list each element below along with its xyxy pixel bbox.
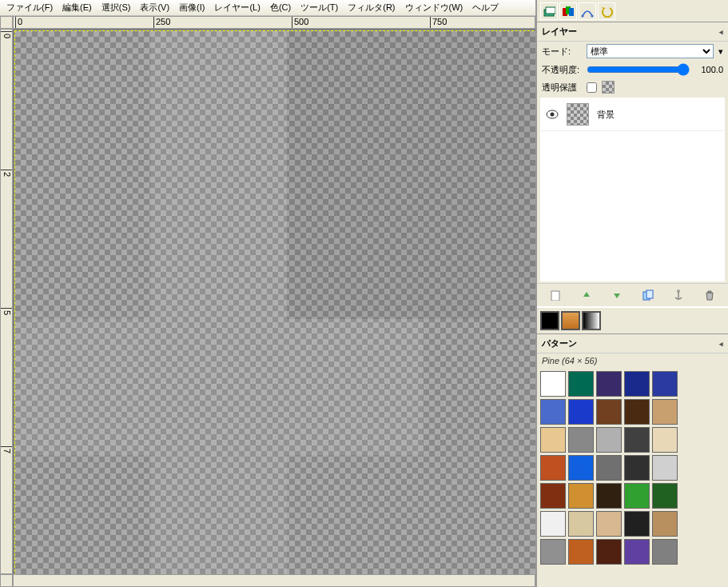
opacity-row: 不透明度: 100.0 (537, 61, 728, 78)
pattern-thumb[interactable] (540, 539, 566, 565)
new-layer-icon[interactable] (547, 287, 563, 303)
pattern-thumb[interactable] (624, 455, 650, 481)
menu-window[interactable]: ウィンドウ(W) (400, 0, 468, 15)
menu-color[interactable]: 色(C) (265, 0, 296, 15)
menu-file[interactable]: ファイル(F) (2, 0, 58, 15)
menu-help[interactable]: ヘルプ (467, 0, 503, 15)
anchor-layer-icon[interactable] (670, 287, 686, 303)
layers-panel-title: レイヤー ◂ (537, 22, 728, 42)
layer-buttons (537, 283, 728, 306)
pattern-thumb[interactable] (596, 511, 622, 537)
pattern-thumb[interactable] (568, 371, 594, 397)
pattern-thumb[interactable] (596, 539, 622, 565)
canvas-area: 0 250 500 750 10 0 2 5 7 (0, 16, 535, 587)
pattern-thumb[interactable] (568, 539, 594, 565)
pattern-thumb[interactable] (652, 427, 678, 453)
svg-rect-11 (646, 290, 653, 298)
lower-layer-icon[interactable] (609, 287, 625, 303)
svg-point-6 (591, 14, 594, 17)
tab-channels-icon[interactable] (559, 2, 577, 20)
pattern-current-label: Pine (64 × 56) (537, 353, 728, 368)
menu-view[interactable]: 表示(V) (135, 0, 174, 15)
layer-name[interactable]: 背景 (597, 109, 615, 121)
pattern-thumb[interactable] (624, 539, 650, 565)
blend-mode-row: モード: 標準 ▾ (537, 42, 728, 61)
pattern-thumb[interactable] (624, 483, 650, 509)
ruler-vertical[interactable]: 0 2 5 7 (0, 29, 13, 574)
pattern-thumb[interactable] (624, 427, 650, 453)
pattern-thumb[interactable] (568, 399, 594, 425)
pattern-thumb[interactable] (540, 483, 566, 509)
panel-menu-icon[interactable]: ◂ (719, 340, 723, 348)
ruler-horizontal[interactable]: 0 250 500 750 10 (13, 16, 535, 29)
svg-point-13 (544, 315, 555, 326)
pattern-thumb[interactable] (652, 539, 678, 565)
panel-menu-icon[interactable]: ◂ (719, 28, 723, 36)
pattern-thumb[interactable] (596, 455, 622, 481)
svg-rect-9 (551, 291, 559, 301)
brush-swatch[interactable] (540, 311, 559, 330)
ruler-origin[interactable] (0, 16, 13, 29)
pattern-thumb[interactable] (568, 427, 594, 453)
pattern-thumb[interactable] (596, 371, 622, 397)
visibility-eye-icon[interactable] (546, 110, 559, 119)
duplicate-layer-icon[interactable] (640, 287, 656, 303)
lock-alpha-icon (602, 81, 615, 94)
corner-bl (0, 574, 13, 587)
pattern-swatch[interactable] (561, 311, 580, 330)
canvas[interactable] (13, 29, 535, 574)
menu-image[interactable]: 画像(I) (174, 0, 209, 15)
pattern-thumb[interactable] (568, 511, 594, 537)
quick-swatches (537, 306, 728, 334)
pattern-thumb[interactable] (652, 511, 678, 537)
pattern-thumb[interactable] (540, 427, 566, 453)
layer-row[interactable]: 背景 (541, 98, 724, 131)
dock-tabs (537, 0, 728, 22)
menu-select[interactable]: 選択(S) (97, 0, 136, 15)
dropdown-icon[interactable]: ▾ (718, 46, 723, 57)
svg-rect-1 (546, 7, 555, 14)
svg-rect-4 (569, 8, 574, 16)
opacity-value: 100.0 (694, 65, 723, 74)
horizontal-scrollbar[interactable] (13, 574, 535, 587)
pattern-thumb[interactable] (652, 371, 678, 397)
pattern-thumb[interactable] (568, 483, 594, 509)
pattern-thumb[interactable] (652, 455, 678, 481)
tab-paths-icon[interactable] (579, 2, 596, 20)
menu-bar: ファイル(F) 編集(E) 選択(S) 表示(V) 画像(I) レイヤー(L) … (0, 0, 535, 16)
svg-point-5 (582, 14, 584, 17)
layer-list[interactable]: 背景 (540, 98, 725, 282)
menu-edit[interactable]: 編集(E) (58, 0, 97, 15)
right-dock: レイヤー ◂ モード: 標準 ▾ 不透明度: 100.0 透明保護 背景 (537, 0, 728, 587)
menu-tools[interactable]: ツール(T) (296, 0, 343, 15)
menu-filter[interactable]: フィルタ(R) (343, 0, 400, 15)
pattern-thumb[interactable] (624, 371, 650, 397)
pattern-thumb[interactable] (624, 511, 650, 537)
pattern-thumb[interactable] (540, 455, 566, 481)
lock-alpha-checkbox[interactable] (587, 82, 597, 93)
patterns-panel-title: パターン ◂ (537, 334, 728, 353)
menu-layer[interactable]: レイヤー(L) (209, 0, 265, 15)
pattern-thumb[interactable] (540, 511, 566, 537)
delete-layer-icon[interactable] (702, 287, 718, 303)
pattern-thumb[interactable] (568, 455, 594, 481)
raise-layer-icon[interactable] (579, 287, 595, 303)
pattern-grid[interactable] (537, 368, 728, 587)
pattern-thumb[interactable] (652, 399, 678, 425)
opacity-slider[interactable] (587, 63, 690, 76)
selection-marquee (14, 30, 535, 574)
pattern-thumb[interactable] (540, 371, 566, 397)
pattern-thumb[interactable] (596, 427, 622, 453)
pattern-thumb[interactable] (596, 399, 622, 425)
pattern-thumb[interactable] (596, 483, 622, 509)
pattern-thumb[interactable] (540, 399, 566, 425)
layer-thumbnail (567, 103, 589, 126)
svg-point-8 (551, 113, 555, 117)
gradient-swatch[interactable] (582, 311, 601, 330)
tab-layers-icon[interactable] (540, 2, 558, 20)
pattern-thumb[interactable] (624, 399, 650, 425)
blend-mode-select[interactable]: 標準 (587, 44, 714, 58)
tab-undo-icon[interactable] (598, 2, 615, 20)
pattern-thumb[interactable] (652, 483, 678, 509)
lock-row: 透明保護 (537, 78, 728, 96)
